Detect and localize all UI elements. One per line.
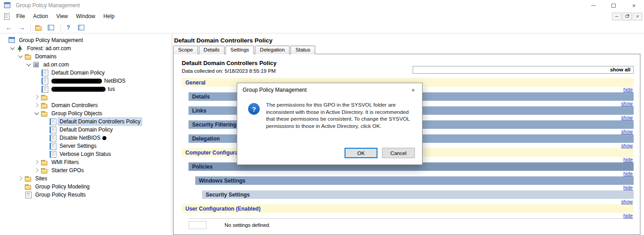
console-tree-icon [47, 24, 55, 31]
hide-link-general[interactable]: hide [623, 87, 633, 92]
tab-status[interactable]: Status [290, 46, 315, 54]
forest-icon [16, 45, 23, 52]
menu-action[interactable]: Action [29, 12, 52, 21]
expander-spacer [18, 184, 23, 189]
expander-icon[interactable] [34, 168, 40, 173]
show-link-details[interactable]: show [621, 101, 633, 106]
expander-icon[interactable] [34, 103, 40, 108]
expander-spacer [42, 127, 48, 132]
folder-icon [41, 167, 48, 174]
tree-item-netbios[interactable]: NetBIOS [0, 77, 172, 85]
tree-item-label: WMI Filters [50, 159, 80, 166]
tree-item-forest-ad-orr-com[interactable]: Forest: ad.orr.com [0, 44, 172, 52]
tree-item-disable-netbios[interactable]: Disable NetBIOS [0, 134, 172, 142]
show-all-link[interactable]: show all [610, 67, 630, 72]
child-window-controls: × [612, 13, 642, 20]
toolbar-separator [30, 24, 31, 31]
expander-spacer [34, 86, 40, 92]
dialog-close-button[interactable]: × [404, 83, 422, 97]
dialog-buttons: OK Cancel [237, 148, 422, 164]
tree-item-default-domain-policy[interactable]: Default Domain Policy [0, 69, 172, 77]
expander-icon[interactable] [34, 94, 40, 100]
tab-settings[interactable]: Settings [225, 46, 254, 54]
tree-item-group-policy-results[interactable]: Group Policy Results [0, 191, 172, 199]
up-one-level-button[interactable] [34, 23, 45, 33]
tree-item-server-settings[interactable]: Server Settings [0, 142, 172, 150]
menu-bar: FileActionViewWindowHelp × [0, 11, 644, 22]
empty-cell [189, 221, 207, 229]
hide-link-user-configuration-enabled[interactable]: hide [623, 213, 633, 218]
show-link-security-filtering[interactable]: show [621, 129, 633, 134]
hide-link-computer-configuration-enabled[interactable]: hide [623, 157, 633, 162]
menu-view[interactable]: View [52, 12, 72, 21]
expander-icon[interactable] [18, 54, 23, 59]
help-button[interactable]: ? [64, 23, 75, 33]
cancel-button[interactable]: Cancel [382, 148, 415, 158]
category-windows-settings: Windows Settingshide [182, 176, 634, 190]
show-link-links[interactable]: show [621, 115, 633, 120]
expander-spacer [34, 78, 40, 84]
tree-item-tus[interactable]: tus [0, 85, 172, 93]
tree-item-ad-orr-com[interactable]: ad.orr.com [0, 61, 172, 69]
section-user-configuration-enabled: User Configuration (Enabled)hide [182, 204, 634, 218]
dialog-body: ? The permissions for this GPO in the SY… [237, 97, 422, 148]
gpo-icon [41, 78, 48, 84]
expander-spacer [34, 70, 40, 75]
close-child-button[interactable]: × [633, 13, 642, 20]
tree-item-group-policy-objects[interactable]: Group Policy Objects [0, 109, 172, 118]
tree-item-group-policy-management[interactable]: Group Policy Management [0, 36, 172, 44]
restore-child-button[interactable] [622, 13, 632, 20]
tree-item-sites[interactable]: Sites [0, 174, 172, 183]
tab-delegation[interactable]: Delegation [255, 46, 290, 54]
gpo-icon [49, 151, 56, 157]
tabs: ScopeDetailsSettingsDelegationStatus [172, 46, 644, 54]
folder-icon [41, 102, 48, 108]
tree-item-starter-gpos[interactable]: Starter GPOs [0, 166, 172, 174]
tree-item-label: Group Policy Objects [50, 110, 104, 117]
tree-item-default-domain-policy[interactable]: Default Domain Policy [0, 126, 172, 134]
tree-item-verbose-login-status[interactable]: Verbose Login Status [0, 150, 172, 158]
minimize-button[interactable] [583, 0, 603, 11]
expander-icon[interactable] [34, 111, 40, 116]
tree-item-label: ad.orr.com [42, 61, 70, 68]
category-bar-security-settings: Security Settings [202, 190, 634, 199]
tree-item-default-domain-controllers-policy[interactable]: Default Domain Controllers Policy [0, 118, 172, 126]
new-window-button[interactable] [77, 23, 87, 33]
expander-icon[interactable] [34, 160, 40, 165]
gpo-icon [49, 127, 56, 133]
tree-item-label: Default Domain Controllers Policy [58, 118, 142, 125]
forward-button[interactable]: → [16, 23, 27, 33]
expander-icon[interactable] [26, 62, 32, 67]
expander-icon[interactable] [10, 46, 15, 51]
section-header-user-configuration-enabled: User Configuration (Enabled) [182, 204, 634, 213]
tab-scope[interactable]: Scope [173, 46, 198, 54]
minimize-child-button[interactable] [612, 13, 621, 20]
menu-bar-items: FileActionViewWindowHelp [12, 12, 119, 21]
tree-item-domain-controllers[interactable]: Domain Controllers [0, 101, 172, 109]
show-link-delegation[interactable]: show [621, 143, 633, 148]
tab-details[interactable]: Details [199, 46, 225, 54]
close-button[interactable]: × [624, 0, 644, 11]
back-arrow-icon: ← [6, 24, 13, 31]
hide-link-windows-settings[interactable]: hide [623, 185, 633, 190]
ok-button[interactable]: OK [345, 148, 377, 158]
menu-file[interactable]: File [12, 12, 29, 21]
show-console-tree-button[interactable] [46, 23, 57, 33]
tree-item-redacted-7[interactable] [0, 93, 172, 101]
tree-item-label: Domains [34, 53, 58, 60]
dialog-title: Group Policy Management [243, 87, 404, 93]
tree-item-label: tus [50, 85, 116, 93]
back-button[interactable]: ← [4, 23, 14, 33]
folder-up-icon [35, 24, 42, 31]
maximize-button[interactable] [603, 0, 624, 11]
expander-icon[interactable] [18, 176, 23, 181]
tree-item-domains[interactable]: Domains [0, 52, 172, 61]
tree-item-label: Disable NetBIOS [58, 134, 108, 141]
tree-item-group-policy-modeling[interactable]: Group Policy Modeling [0, 183, 172, 191]
tree-item-wmi-filters[interactable]: WMI Filters [0, 158, 172, 166]
hide-link-policies[interactable]: hide [623, 171, 633, 176]
expander-spacer [2, 38, 7, 43]
show-link-security-settings[interactable]: show [621, 199, 633, 204]
menu-window[interactable]: Window [72, 12, 100, 21]
menu-help[interactable]: Help [99, 12, 119, 21]
